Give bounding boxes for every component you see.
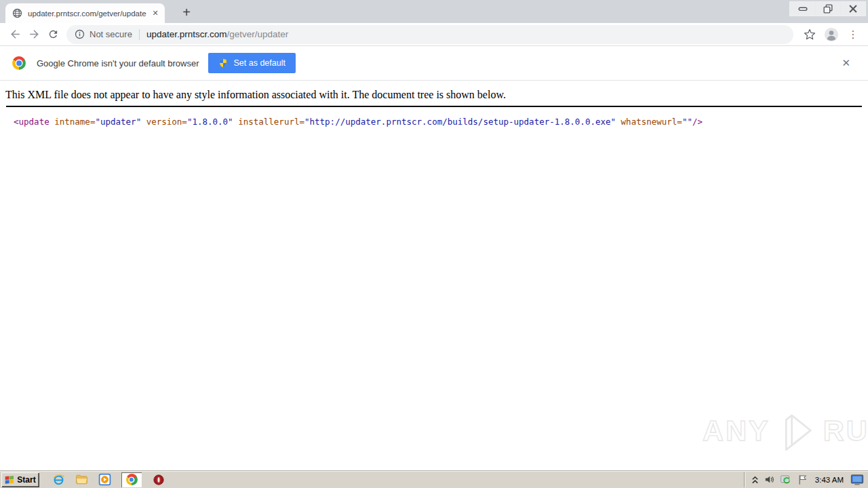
system-tray: 3:43 AM [744,472,867,487]
desktop-screen: updater.prntscr.com/getver/update ✕ + [0,0,868,488]
browser-toolbar: Not secure updater.prntscr.com/getver/up… [0,23,868,46]
xml-source-line: <update intname="updater" version="1.8.0… [14,117,868,127]
infobar-close-icon[interactable]: ✕ [836,54,856,72]
opera-button[interactable] [152,473,165,486]
media-player-icon [98,473,111,486]
internet-explorer-button[interactable] [52,473,65,486]
chrome-logo-icon [12,56,26,70]
tab-strip: updater.prntscr.com/getver/update ✕ + [0,0,868,23]
address-bar[interactable]: Not secure updater.prntscr.com/getver/up… [66,25,793,44]
xml-attr-intname: intname= [50,117,96,127]
taskbar: Start [0,470,868,488]
refresh-button[interactable] [43,25,62,44]
new-tab-button[interactable]: + [178,3,195,21]
back-icon [9,28,22,41]
chrome-taskbar-icon [126,474,138,485]
display-tray-icon[interactable] [850,474,864,486]
browser-tab[interactable]: updater.prntscr.com/getver/update ✕ [5,3,165,23]
minimize-button[interactable] [790,2,815,16]
set-as-default-button[interactable]: Set as default [208,53,295,73]
media-player-button[interactable] [98,473,111,486]
kebab-menu-icon: ⋮ [845,28,861,41]
start-label: Start [17,475,35,485]
set-as-default-label: Set as default [233,58,285,68]
browser-window: updater.prntscr.com/getver/update ✕ + [0,0,868,422]
restore-button[interactable] [815,2,840,16]
file-explorer-button[interactable] [75,473,88,486]
star-icon [804,28,816,41]
url-domain: updater.prntscr.com [146,29,227,39]
info-icon[interactable] [75,29,85,39]
xml-attr-version: version= [141,117,187,127]
avatar-icon [824,27,839,42]
action-center-flag-icon[interactable] [797,474,808,485]
tab-close-icon[interactable]: ✕ [150,8,161,19]
profile-button[interactable] [822,25,841,44]
chrome-taskbar-button[interactable] [121,472,142,487]
restore-icon [822,3,834,15]
internet-explorer-icon [52,473,65,486]
xml-close-tag: /> [692,117,703,127]
menu-button[interactable]: ⋮ [844,25,863,44]
uac-shield-icon [218,58,228,68]
forward-icon [28,28,41,41]
taskbar-clock[interactable]: 3:43 AM [815,476,844,484]
toolbar-right: ⋮ [800,25,863,44]
refresh-icon [47,28,59,40]
folder-icon [75,473,88,486]
start-button[interactable]: Start [1,472,39,487]
forward-button[interactable] [24,25,43,44]
window-controls [789,1,866,16]
infobar-message: Google Chrome isn't your default browser [37,58,199,68]
xml-value-installerurl: "http://updater.prntscr.com/builds/setup… [304,117,616,127]
windows-flag-icon [4,474,15,485]
url-path: /getver/updater [226,29,288,39]
xml-attr-installerurl: installerurl= [233,117,304,127]
xml-style-notice: This XML file does not appear to have an… [0,81,868,106]
xml-value-version: "1.8.0.0" [187,117,233,127]
back-button[interactable] [5,25,24,44]
show-hidden-icons-button[interactable] [751,475,759,485]
minimize-icon [797,3,809,15]
default-browser-infobar: Google Chrome isn't your default browser… [0,46,868,81]
close-window-button[interactable] [840,2,865,16]
page-content: This XML file does not appear to have an… [0,81,868,422]
globe-favicon-icon [12,8,22,18]
quick-launch [52,472,165,487]
volume-icon[interactable] [764,474,775,485]
opera-icon [153,474,165,486]
url-text: updater.prntscr.com/getver/updater [146,29,288,39]
close-window-icon [847,3,859,15]
omnibox-divider [139,29,140,40]
bookmark-button[interactable] [800,25,819,44]
xml-open-tag: <update [14,117,50,127]
xml-value-intname: "updater" [95,117,141,127]
notice-divider [6,106,862,107]
xml-attr-whatsnewurl: whatsnewurl= [616,117,682,127]
windows-update-tray-icon[interactable] [780,474,792,486]
security-label: Not secure [90,29,132,39]
xml-value-whatsnewurl: "" [682,117,692,127]
tab-title: updater.prntscr.com/getver/update [28,9,150,18]
